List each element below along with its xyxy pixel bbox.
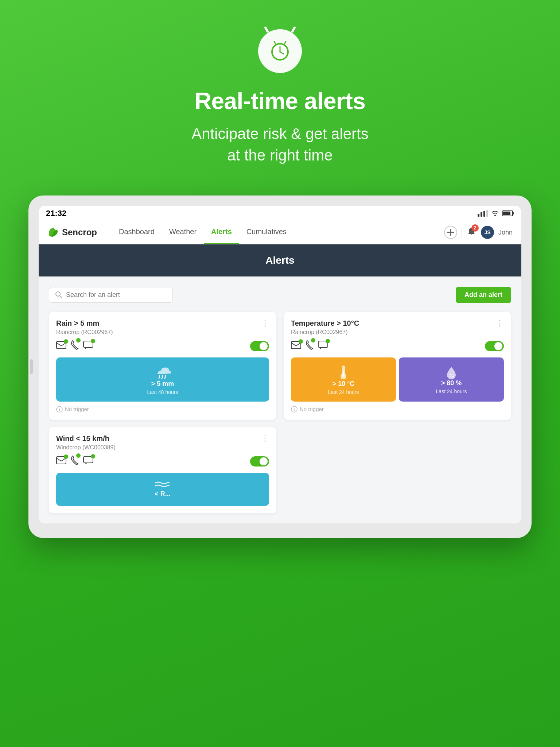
temp-sms-icon [318, 341, 328, 352]
alert-wind-title: Wind < 15 km/h [56, 434, 109, 443]
svg-line-4 [274, 42, 276, 44]
nav-alerts[interactable]: Alerts [204, 221, 239, 244]
svg-rect-7 [481, 212, 482, 217]
hero-title: Real-time alerts [195, 88, 366, 115]
alarm-icon [258, 29, 302, 73]
rain-period: Last 48 hours [147, 389, 178, 395]
wind-toggle[interactable] [250, 456, 269, 467]
svg-line-5 [284, 42, 286, 44]
rain-condition-box: > 5 mm Last 48 hours [56, 357, 269, 402]
alert-card-temperature: Temperature > 10°C ⋮ Raincrop (RC002967) [284, 312, 511, 420]
thermometer-icon [337, 364, 350, 380]
svg-rect-13 [503, 212, 510, 215]
logo-icon [47, 227, 59, 238]
add-alert-button[interactable]: Add an alert [456, 287, 511, 303]
svg-rect-9 [486, 210, 488, 217]
alert-rain-title: Rain > 5 mm [56, 319, 99, 328]
alerts-grid: Rain > 5 mm ⋮ Raincrop (RC002967) [49, 312, 511, 513]
tablet-device: 21:32 [28, 196, 532, 538]
alert-card-rain-header: Rain > 5 mm ⋮ [56, 319, 269, 328]
plus-icon [447, 229, 454, 236]
svg-rect-8 [483, 211, 485, 217]
svg-line-17 [60, 296, 62, 298]
svg-rect-6 [478, 214, 479, 217]
nav-cumulatives[interactable]: Cumulatives [239, 221, 294, 244]
temp-purple-box: > 80 % Last 24 hours [399, 357, 504, 402]
search-icon [55, 291, 62, 298]
alert-rain-icons [56, 340, 269, 352]
alert-card-rain: Rain > 5 mm ⋮ Raincrop (RC002967) [49, 312, 276, 420]
status-bar: 21:32 [39, 206, 521, 221]
notifications-bell[interactable]: 2 [466, 227, 477, 238]
alert-wind-menu[interactable]: ⋮ [261, 434, 269, 442]
status-icons [478, 210, 514, 217]
alert-wind-icons [56, 455, 269, 468]
nav-bar: Sencrop Dashboard Weather Alerts Cumulat… [39, 221, 521, 244]
nav-weather[interactable]: Weather [162, 221, 204, 244]
user-avatar[interactable]: JS [481, 226, 494, 239]
temp-period: Last 24 hours [328, 389, 359, 395]
alert-card-wind-header: Wind < 15 km/h ⋮ [56, 434, 269, 443]
wind-condition-boxes: < R... [56, 473, 269, 506]
battery-icon [502, 210, 514, 217]
rain-condition-boxes: > 5 mm Last 48 hours [56, 357, 269, 402]
temp-toggle[interactable] [485, 341, 504, 351]
wind-email-icon [56, 456, 66, 467]
hero-section: Real-time alerts Anticipate risk & get a… [177, 0, 383, 188]
temp-email-icon [291, 341, 301, 351]
info-icon: i [56, 406, 63, 413]
notification-badge: 2 [471, 224, 479, 232]
nav-divider [462, 227, 462, 238]
svg-text:i: i [59, 407, 60, 412]
rain-value: > 5 mm [151, 380, 174, 388]
svg-line-21 [162, 376, 163, 379]
temp-orange-box: > 10 °C Last 24 hours [291, 357, 396, 402]
svg-point-30 [450, 374, 451, 375]
rain-no-trigger: i No trigger [56, 406, 269, 413]
status-time: 21:32 [46, 209, 66, 218]
alerts-content: Add an alert Rain > 5 mm ⋮ Raincrop (RC0… [39, 276, 521, 523]
nav-links: Dashboard Weather Alerts Cumulatives [112, 221, 444, 244]
logo-text: Sencrop [62, 227, 97, 237]
svg-rect-29 [343, 371, 345, 377]
humidity-period: Last 24 hours [436, 388, 467, 394]
alert-card-wind: Wind < 15 km/h ⋮ Windcrop (WC000389) [49, 427, 276, 513]
info-icon-2: i [291, 406, 298, 413]
page-title-bar: Alerts [39, 244, 521, 276]
hero-subtitle: Anticipate risk & get alerts at the righ… [191, 123, 369, 166]
tablet-side-button [30, 359, 33, 374]
nav-dashboard[interactable]: Dashboard [112, 221, 162, 244]
alert-temp-icons [291, 340, 504, 352]
wifi-icon [491, 210, 499, 217]
humidity-icon [444, 365, 459, 379]
svg-line-22 [165, 376, 166, 379]
alert-temp-menu[interactable]: ⋮ [496, 319, 504, 327]
wind-value: < R... [155, 490, 171, 498]
alert-rain-device: Raincrop (RC002967) [56, 329, 269, 336]
svg-line-20 [159, 376, 160, 379]
page-title: Alerts [49, 255, 511, 266]
wind-sms-icon [83, 456, 93, 467]
alert-rain-menu[interactable]: ⋮ [261, 319, 269, 327]
alert-card-temp-header: Temperature > 10°C ⋮ [291, 319, 504, 328]
wind-icon [155, 479, 171, 490]
nav-right: 2 JS John [444, 226, 513, 239]
search-input[interactable] [66, 291, 167, 299]
temp-notif-icons [291, 340, 328, 352]
rain-notif-icons [56, 340, 93, 352]
svg-point-31 [452, 376, 454, 378]
search-box[interactable] [49, 287, 173, 303]
rain-condition-icon [155, 364, 171, 380]
add-button[interactable] [444, 226, 457, 239]
logo[interactable]: Sencrop [47, 227, 97, 238]
tablet-screen: 21:32 [39, 206, 521, 523]
alerts-toolbar: Add an alert [49, 287, 511, 303]
wind-notif-icons [56, 455, 93, 468]
rain-toggle[interactable] [250, 341, 269, 351]
temp-phone-icon [306, 340, 314, 352]
svg-point-10 [494, 215, 496, 216]
temp-no-trigger: i No trigger [291, 406, 504, 413]
user-name: John [498, 229, 513, 236]
svg-point-16 [56, 292, 60, 296]
alert-wind-device: Windcrop (WC000389) [56, 444, 269, 451]
